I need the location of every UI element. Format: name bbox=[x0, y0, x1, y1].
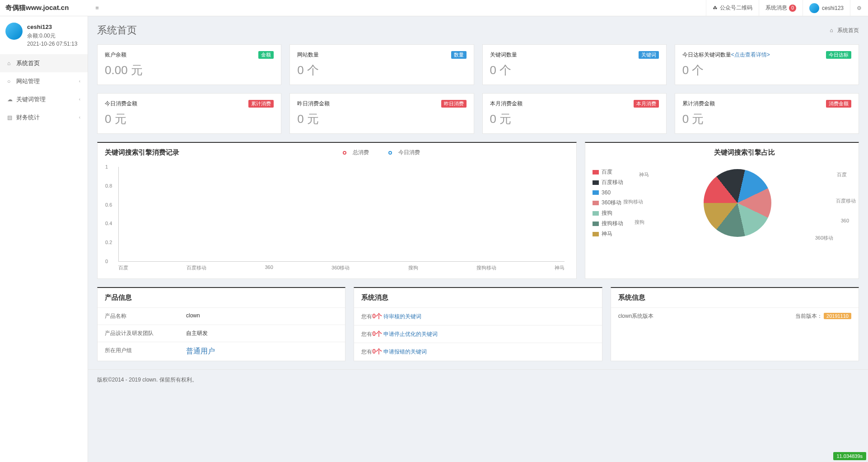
stat-card: 昨日消费金额昨日消费0 元 bbox=[289, 93, 474, 134]
qrcode-link[interactable]: ☘ 公众号二维码 bbox=[706, 0, 759, 16]
msg-row: 您有0个 申请报错的关键词 bbox=[354, 343, 602, 360]
xtick: 百度 bbox=[118, 264, 128, 271]
line-chart-area: 10.80.60.40.20 百度百度移动360360移动搜狗搜狗移动神马 bbox=[98, 162, 576, 278]
product-title: 产品信息 bbox=[98, 288, 345, 307]
card-tag: 本月消费 bbox=[634, 100, 659, 108]
card-tag: 消费金额 bbox=[826, 100, 851, 108]
nav-icon: ○ bbox=[7, 78, 16, 85]
card-tag: 累计消费 bbox=[248, 100, 274, 108]
user-menu[interactable]: ceshi123 bbox=[803, 0, 850, 16]
msg-row: 您有0个 申请停止优化的关键词 bbox=[354, 325, 602, 343]
home-icon[interactable]: ⌂ bbox=[830, 27, 833, 33]
msg-count: 0个 bbox=[372, 330, 382, 337]
info-row: 产品设计及研发团队自主研发 bbox=[98, 325, 345, 342]
card-label: 累计消费金额 bbox=[682, 100, 715, 108]
main: 系统首页 ⌂ 系统首页 账户余额金额0.00 元网站数量数量0 个关键词数量关键… bbox=[88, 16, 868, 369]
card-value: 0.00 元 bbox=[105, 62, 274, 78]
info-key: 所在用户组 bbox=[105, 347, 186, 356]
nav-item[interactable]: ○网站管理‹ bbox=[0, 72, 88, 90]
legend-name: 百度 bbox=[602, 169, 612, 175]
sysinfo-label: 当前版本： bbox=[795, 313, 822, 319]
xtick: 百度移动 bbox=[187, 264, 206, 271]
pie-slice-label: 百度 bbox=[837, 171, 847, 178]
pie-chart-panel: 关键词搜索引擎占比 百度百度移动360360移动搜狗搜狗移动神马 百度 百度移动… bbox=[585, 142, 859, 279]
legend-name: 神马 bbox=[602, 231, 612, 237]
card-label: 本月消费金额 bbox=[490, 100, 523, 108]
stat-cards-row2: 今日消费金额累计消费0 元昨日消费金额昨日消费0 元本月消费金额本月消费0 元累… bbox=[88, 93, 868, 134]
stat-cards-row1: 账户余额金额0.00 元网站数量数量0 个关键词数量关键词0 个今日达标关键词数… bbox=[88, 44, 868, 85]
pie-chart: 百度 百度移动 360 360移动 搜狗 搜狗移动 神马 bbox=[623, 167, 851, 239]
msg-prefix: 您有 bbox=[361, 313, 372, 320]
legend-swatch bbox=[593, 201, 599, 205]
ytick: 0.8 bbox=[105, 183, 112, 189]
xtick: 搜狗移动 bbox=[476, 264, 496, 271]
info-value: clown bbox=[186, 312, 200, 320]
legend-name: 搜狗 bbox=[602, 210, 612, 216]
ytick: 0.6 bbox=[105, 202, 112, 207]
sysmsg-link[interactable]: 系统消息 0 bbox=[759, 0, 803, 16]
legend-name: 百度移动 bbox=[602, 179, 623, 185]
avatar bbox=[5, 23, 23, 40]
msg-count: 0个 bbox=[372, 312, 382, 320]
card-value: 0 个 bbox=[490, 62, 659, 78]
pie-chart-title: 关键词搜索引擎占比 bbox=[630, 143, 859, 162]
msg-prefix: 您有 bbox=[361, 331, 372, 337]
legend-swatch bbox=[593, 170, 599, 174]
nav-item[interactable]: ▤财务统计‹ bbox=[0, 108, 88, 127]
pie-legend-item: 百度移动 bbox=[593, 177, 623, 188]
version-tag: 20191110 bbox=[824, 313, 851, 319]
nav-icon: ⌂ bbox=[7, 60, 16, 66]
pie-legend: 百度百度移动360360移动搜狗搜狗移动神马 bbox=[593, 167, 623, 239]
pie-slice-label: 360 bbox=[841, 218, 849, 223]
legend-swatch bbox=[593, 190, 599, 195]
page-head: 系统首页 ⌂ 系统首页 bbox=[88, 16, 868, 44]
pie-slice-label: 百度移动 bbox=[836, 198, 856, 204]
wechat-icon: ☘ bbox=[713, 5, 718, 11]
sysinfo-panel: 系统信息 clown系统版本 当前版本： 20191110 bbox=[611, 287, 859, 361]
nav-menu: ⌂系统首页○网站管理‹☁关键词管理‹▤财务统计‹ bbox=[0, 54, 88, 127]
msg-link[interactable]: 申请报错的关键词 bbox=[383, 349, 427, 355]
nav-item[interactable]: ⌂系统首页 bbox=[0, 54, 88, 72]
legend-dot-1 bbox=[343, 151, 346, 155]
footer: 版权©2014 - 2019 clown. 保留所有权利。 bbox=[88, 369, 868, 390]
msg-link[interactable]: 申请停止优化的关键词 bbox=[383, 331, 438, 337]
avatar-icon bbox=[809, 3, 819, 13]
gear-icon: ⚙ bbox=[857, 5, 862, 11]
settings-button[interactable]: ⚙ bbox=[850, 0, 868, 16]
legend-swatch bbox=[593, 180, 599, 185]
pie-legend-item: 百度 bbox=[593, 167, 623, 177]
line-chart-title: 关键词搜索引擎消费记录 bbox=[98, 143, 187, 162]
pie-legend-item: 搜狗移动 bbox=[593, 218, 623, 229]
menu-toggle[interactable]: ≡ bbox=[88, 5, 106, 11]
info-key: 产品设计及研发团队 bbox=[105, 330, 186, 337]
nav-label: 系统首页 bbox=[16, 59, 40, 67]
xtick: 360移动 bbox=[331, 264, 350, 271]
card-value: 0 元 bbox=[105, 111, 274, 127]
nav-item[interactable]: ☁关键词管理‹ bbox=[0, 90, 88, 108]
legend-dot-2 bbox=[388, 151, 392, 155]
xtick: 搜狗 bbox=[408, 264, 418, 271]
sysmsg-label: 系统消息 bbox=[765, 4, 787, 12]
msg-prefix: 您有 bbox=[361, 349, 372, 355]
ytick: 0 bbox=[105, 259, 108, 264]
product-panel: 产品信息 产品名称clown产品设计及研发团队自主研发所在用户组普通用户 bbox=[97, 287, 345, 361]
pie-slice-label: 搜狗移动 bbox=[623, 198, 643, 205]
info-value[interactable]: 普通用户 bbox=[186, 347, 215, 356]
msg-link[interactable]: 待审核的关键词 bbox=[383, 313, 421, 320]
qrcode-label: 公众号二维码 bbox=[720, 4, 752, 12]
sysmsg-title: 系统消息 bbox=[354, 288, 602, 307]
card-value: 0 元 bbox=[297, 111, 466, 127]
card-tag: 金额 bbox=[258, 51, 274, 59]
ytick: 0.2 bbox=[105, 240, 112, 245]
pie-legend-item: 搜狗 bbox=[593, 208, 623, 218]
nav-label: 关键词管理 bbox=[16, 95, 46, 104]
chart-xticks: 百度百度移动360360移动搜狗搜狗移动神马 bbox=[118, 264, 565, 271]
pie-legend-item: 360移动 bbox=[593, 198, 623, 208]
sidebar-balance: 余额:0.00元 bbox=[27, 32, 77, 40]
line-chart-panel: 关键词搜索引擎消费记录 总消费 今日消费 10.80.60.40.20 百度百度… bbox=[97, 142, 577, 279]
card-link[interactable]: <点击查看详情> bbox=[731, 51, 770, 59]
legend-label-2: 今日消费 bbox=[398, 149, 420, 156]
legend-swatch bbox=[593, 211, 599, 216]
sidebar-timestamp: 2021-10-26 07:51:13 bbox=[27, 40, 77, 48]
stat-card: 累计消费金额消费金额0 元 bbox=[675, 93, 859, 134]
